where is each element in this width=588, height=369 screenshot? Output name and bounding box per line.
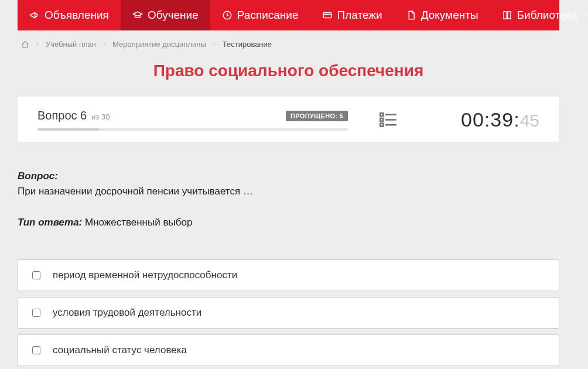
answer-text: условия трудовой деятельности	[53, 307, 201, 319]
answer-type-label: Тип ответа:	[18, 217, 82, 228]
answer-option[interactable]: социальный статус человека	[18, 334, 559, 366]
breadcrumb-item[interactable]: Учебный план	[46, 40, 96, 49]
nav-payments[interactable]: Платежи	[310, 0, 394, 30]
answer-option[interactable]: условия трудовой деятельности	[18, 297, 559, 329]
svg-rect-3	[380, 118, 383, 121]
card-icon	[322, 10, 333, 20]
grad-cap-icon	[132, 10, 143, 20]
breadcrumb: Учебный план Мероприятие дисциплины Тест…	[18, 30, 559, 56]
question-heading-label: Вопрос:	[18, 170, 58, 182]
book-icon	[502, 10, 512, 20]
nav-library[interactable]: Библиотека	[490, 0, 588, 30]
svg-rect-1	[323, 13, 331, 18]
svg-rect-2	[380, 113, 383, 116]
nav-label: Платежи	[337, 9, 382, 22]
answer-option[interactable]: период временной нетрудоспособности	[18, 259, 559, 291]
question-body: Вопрос: При назначении досрочной пенсии …	[18, 169, 559, 230]
nav-label: Библиотека	[517, 9, 577, 22]
question-total: из 30	[91, 112, 110, 121]
question-number: Вопрос 6	[37, 109, 87, 122]
home-icon[interactable]	[21, 40, 29, 49]
answers-list: период временной нетрудоспособности усло…	[18, 259, 559, 366]
chevron-right-icon	[102, 42, 107, 47]
nav-label: Объявления	[45, 9, 109, 22]
answer-type-value: Множественный выбор	[85, 217, 192, 228]
status-card: Вопрос 6 из 30 ПРОПУЩЕНО: 5	[18, 97, 559, 142]
top-nav: Объявления Обучение Расписание Платежи	[18, 0, 559, 30]
chevron-right-icon	[35, 42, 40, 47]
question-text: При назначении досрочной пенсии учитывае…	[18, 184, 559, 199]
answer-checkbox[interactable]	[32, 271, 40, 279]
question-list-icon[interactable]	[380, 112, 397, 128]
nav-label: Обучение	[148, 9, 199, 22]
breadcrumb-item[interactable]: Мероприятие дисциплины	[112, 40, 206, 49]
timer: 00:39:45	[429, 108, 539, 131]
timer-main: 00:39:	[461, 108, 520, 131]
progress-fill	[37, 128, 100, 131]
skipped-badge: ПРОПУЩЕНО: 5	[286, 111, 348, 121]
nav-schedule[interactable]: Расписание	[210, 0, 310, 30]
nav-documents[interactable]: Документы	[394, 0, 490, 30]
file-icon	[406, 10, 416, 20]
nav-label: Расписание	[237, 9, 299, 22]
progress-bar	[37, 128, 348, 131]
nav-label: Документы	[421, 9, 478, 22]
chevron-right-icon	[212, 42, 217, 47]
timer-seconds: 45	[520, 111, 539, 130]
page-title: Право социального обеспечения	[18, 62, 559, 80]
megaphone-icon	[29, 10, 40, 20]
clock-icon	[222, 10, 233, 20]
answer-checkbox[interactable]	[32, 346, 40, 354]
answer-text: период временной нетрудоспособности	[53, 269, 237, 281]
answer-text: социальный статус человека	[53, 344, 187, 356]
answer-checkbox[interactable]	[32, 309, 40, 317]
nav-learning[interactable]: Обучение	[121, 0, 210, 30]
breadcrumb-item-current: Тестирование	[223, 40, 272, 49]
nav-announcements[interactable]: Объявления	[18, 0, 121, 30]
chevron-down-icon	[582, 12, 588, 19]
svg-rect-4	[380, 123, 383, 126]
